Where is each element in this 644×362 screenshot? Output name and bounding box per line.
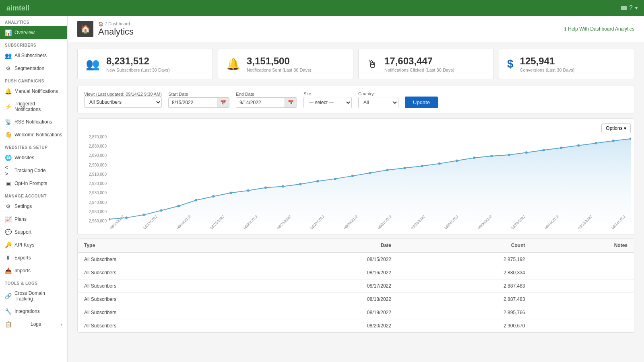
col-date: Date [253,239,398,253]
site-select[interactable]: — select — [303,97,352,108]
integrations-icon: 🔧 [5,308,11,315]
manual-notifications-icon: 🔔 [5,88,11,95]
chart-area [109,139,631,223]
cell-date: 08/19/2022 [253,306,398,319]
new-subscribers-icon: 👥 [86,58,100,71]
chart-dot [403,167,406,169]
cell-notes [531,293,634,306]
view-label-text: View: (Last updated: 09/14/22 9:30 AM) [84,92,162,97]
y-axis-label: 2,960,000 [81,219,107,223]
col-notes: Notes [531,239,634,253]
end-date-input[interactable] [236,98,285,107]
sidebar-item-welcome-notifications[interactable]: 👋Welcome Notifications [0,128,67,141]
view-label: View: (Last updated: 09/14/22 9:30 AM) [84,92,162,97]
table-row: All Subscribers 08/19/2022 2,895,766 [78,306,634,319]
sidebar-item-settings[interactable]: ⚙Settings [0,200,67,213]
sidebar-item-triggered-notifications[interactable]: ⚡Triggered Notifications [0,98,67,115]
chart-dot [299,183,301,185]
sidebar-item-tracking-code[interactable]: < >Tracking Code [0,164,67,177]
sidebar-item-rss-notifications[interactable]: 📡RSS Notifications [0,115,67,128]
chart-dot [421,165,423,167]
y-axis-label: 2,930,000 [81,191,107,195]
chart-dot [508,154,510,156]
conversions-icon: $ [507,58,514,70]
y-axis-label: 2,880,000 [81,144,107,148]
tracking-code-icon: < > [5,167,11,174]
sidebar-item-opt-in-prompts[interactable]: ▣Opt-In Prompts [0,177,67,190]
sidebar-item-cross-domain-tracking[interactable]: 🔗Cross Domain Tracking [0,287,67,305]
y-axis-label: 2,940,000 [81,200,107,205]
sidebar-label-cross-domain-tracking: Cross Domain Tracking [14,290,62,302]
topnav-icons: ? ▾ [621,4,638,12]
chart-dot [212,195,215,197]
y-axis: 2,960,0002,950,0002,940,0002,930,0002,92… [81,135,109,223]
segmentation-icon: ⚙ [5,65,11,72]
sidebar-label-manual-notifications: Manual Notifications [14,88,58,94]
sidebar-item-segmentation[interactable]: ⚙Segmentation [0,62,67,75]
sidebar-section-analytics: Analytics [0,16,67,26]
country-select[interactable]: All [358,97,398,108]
exports-icon: ⬇ [5,255,11,261]
y-axis-label: 2,900,000 [81,163,107,167]
notifications-sent-info: 3,151,500 Notifications Sent (Last 30 Da… [247,56,311,72]
new-subscribers-info: 8,231,512 New Subscribers (Last 30 Days) [106,56,170,72]
cell-count: 2,880,334 [398,266,532,280]
cell-notes [531,266,634,280]
imports-icon: 📥 [5,267,11,274]
opt-in-prompts-icon: ▣ [5,180,11,187]
sidebar-item-imports[interactable]: 📥Imports [0,264,67,277]
api-keys-icon: 🔑 [5,242,11,248]
sidebar-section-push-campaigns: Push Campaigns [0,75,67,85]
help-icon[interactable]: ? [629,4,633,12]
sidebar-section-subscribers: Subscribers [0,39,67,49]
content-area: 👥 8,231,512 New Subscribers (Last 30 Day… [68,42,644,362]
sidebar-label-support: Support [14,229,31,235]
sidebar-item-manual-notifications[interactable]: 🔔Manual Notifications [0,85,67,98]
sidebar-item-api-keys[interactable]: 🔑API Keys [0,239,67,251]
cell-type: All Subscribers [78,266,253,280]
chart-dot [369,172,371,174]
chart-svg-wrapper [109,135,631,223]
page-header-left: 🏠 🏠 / Dashboard Analytics [77,21,134,37]
sidebar-item-logs[interactable]: 📋Logs▾ [0,318,67,331]
page-icon: 🏠 [77,21,93,37]
main-content: 🏠 🏠 / Dashboard Analytics ℹ Help With Da… [68,16,644,362]
sidebar-item-overview[interactable]: 📊Overview [0,26,67,39]
settings-icon: ⚙ [5,203,11,210]
update-button[interactable]: Update [405,97,438,108]
sidebar-item-all-subscribers[interactable]: 👥All Subscribers [0,49,67,62]
conversions-value: 125,941 [520,56,575,67]
sidebar-label-settings: Settings [14,204,32,209]
start-date-input[interactable] [169,98,217,107]
sidebar-item-plans[interactable]: 📈Plans [0,213,67,226]
sidebar-item-websites[interactable]: 🌐Websites [0,151,67,164]
chart-dot [195,199,197,202]
view-select[interactable]: All Subscribers [84,97,162,108]
table-body: All Subscribers 08/15/2022 2,875,192 All… [78,253,634,332]
cell-notes [531,253,634,266]
help-link[interactable]: ℹ Help With Dashboard Analytics [564,26,634,32]
end-date-input-wrapper: 📅 [236,97,297,108]
cell-type: All Subscribers [78,253,253,266]
logo[interactable]: aimtell [6,4,29,12]
sidebar-item-integrations[interactable]: 🔧Integrations [0,305,67,318]
cell-count: 2,895,766 [398,306,532,319]
sidebar-label-opt-in-prompts: Opt-In Prompts [14,181,47,186]
stat-card-new-subscribers: 👥 8,231,512 New Subscribers (Last 30 Day… [77,49,213,79]
dropdown-icon[interactable]: ▾ [635,5,638,11]
y-axis-label: 2,890,000 [81,153,107,158]
sidebar-label-websites: Websites [14,155,34,160]
start-date-group: Start Date 📅 [168,92,229,108]
end-date-calendar-button[interactable]: 📅 [285,98,297,107]
sidebar-label-plans: Plans [14,216,27,222]
chart-svg [109,135,631,223]
chart-options-button[interactable]: Options ▾ [601,123,631,133]
start-date-calendar-button[interactable]: 📅 [217,98,229,107]
sidebar-section-websites-&-setup: Websites & Setup [0,141,67,151]
sidebar-item-exports[interactable]: ⬇Exports [0,251,67,264]
notifications-clicked-value: 17,603,447 [384,56,454,67]
cell-notes [531,280,634,293]
topnav-right: ? ▾ [621,4,638,12]
sidebar-item-support[interactable]: 💬Support [0,226,67,239]
sidebar: Analytics📊OverviewSubscribers👥All Subscr… [0,16,68,362]
